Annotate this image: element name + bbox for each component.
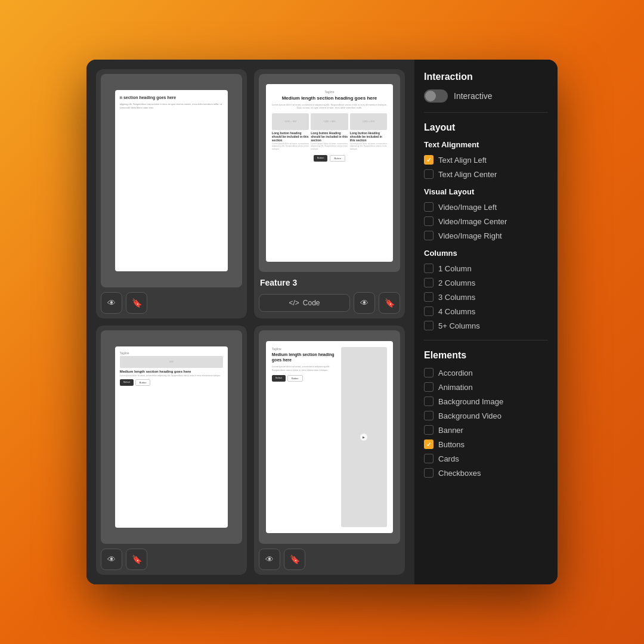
checkbox-3col[interactable] <box>424 292 434 302</box>
option-buttons[interactable]: ✓ Buttons <box>424 439 548 449</box>
option-label-2col: 2 Columns <box>438 278 475 287</box>
code-button[interactable]: </> Code <box>259 294 350 312</box>
option-label-text-align-left: Text Align Left <box>438 156 487 165</box>
main-container: n section heading goes here aligning eli… <box>86 60 558 584</box>
checkbox-vic[interactable] <box>424 216 434 226</box>
code-icon: </> <box>289 299 299 307</box>
eye-button-top-left[interactable]: 👁 <box>101 292 122 314</box>
bookmark-button-top-left[interactable]: 🔖 <box>126 292 147 314</box>
elements-title: Elements <box>424 350 548 361</box>
option-animation[interactable]: Animation <box>424 382 548 392</box>
feature3-img-label-2: 1280 × 800 <box>323 120 335 123</box>
eye-icon-bl: 👁 <box>107 555 116 564</box>
checkbox-background-video[interactable] <box>424 411 434 420</box>
option-text-align-center[interactable]: Text Align Center <box>424 169 548 179</box>
checkbox-checkboxes[interactable] <box>424 468 434 478</box>
checkbox-4col[interactable] <box>424 306 434 316</box>
video-btn2[interactable]: Button <box>287 375 303 382</box>
lbi-btn2[interactable]: Button <box>135 379 151 386</box>
option-label-accordion: Accordion <box>438 369 473 377</box>
option-video-image-left[interactable]: Video/Image Left <box>424 202 548 212</box>
eye-icon: 👁 <box>107 298 116 308</box>
feature3-col-2: 1280 × 800 Long button Heading should be… <box>311 113 348 151</box>
card-preview-bottom-left: Tagline 800 Medium length section headin… <box>101 330 242 544</box>
check-icon-buttons: ✓ <box>426 441 431 448</box>
option-background-image[interactable]: Background Image <box>424 397 548 406</box>
card-feature3: Tagline Medium length section heading go… <box>254 69 405 318</box>
checkbox-buttons[interactable]: ✓ <box>424 439 434 449</box>
card-bottom-right: Tagline Medium length section heading go… <box>254 326 405 575</box>
option-2-columns[interactable]: 2 Columns <box>424 278 548 287</box>
option-label-animation: Animation <box>438 383 473 392</box>
feature3-buttons: Button Button <box>314 155 345 162</box>
checkbox-vil[interactable] <box>424 202 434 212</box>
card-preview-bottom-right: Tagline Medium length section heading go… <box>259 330 400 544</box>
option-1-column[interactable]: 1 Column <box>424 264 548 273</box>
feature3-tagline: Tagline <box>325 90 335 94</box>
option-label-3col: 3 Columns <box>438 293 475 302</box>
checkbox-text-align-center[interactable] <box>424 169 434 179</box>
checkbox-banner[interactable] <box>424 425 434 435</box>
lbi-btns: Select Button <box>120 379 224 386</box>
card-actions-top-left: 👁 🔖 <box>96 290 247 318</box>
divider-1 <box>424 112 548 113</box>
option-video-image-right[interactable]: Video/Image Right <box>424 231 548 240</box>
lbi-btn1[interactable]: Select <box>120 379 134 386</box>
bookmark-button-bottom-right[interactable]: 🔖 <box>284 549 305 570</box>
feature3-col-3: 1280 × 800 Long button Heading shoulde b… <box>350 113 387 151</box>
divider-2 <box>424 340 548 340</box>
option-background-video[interactable]: Background Video <box>424 411 548 420</box>
feature3-heading: Medium length section heading goes here <box>282 95 377 101</box>
card-preview-feature3: Tagline Medium length section heading go… <box>259 74 400 272</box>
checkbox-accordion[interactable] <box>424 368 434 377</box>
option-accordion[interactable]: Accordion <box>424 368 548 377</box>
checkbox-2col[interactable] <box>424 278 434 287</box>
eye-button-bottom-left[interactable]: 👁 <box>101 549 122 570</box>
card-bottom-left: Tagline 800 Medium length section headin… <box>96 326 247 575</box>
video-text: Lorem ipsum dolor sit amet, consectetur … <box>272 365 336 371</box>
checkbox-animation[interactable] <box>424 382 434 392</box>
feature3-col-text-3: Lorem ipsum dolor sit amet, consectetur … <box>350 143 387 151</box>
bookmark-icon-feature3: 🔖 <box>385 298 395 308</box>
bookmark-button-feature3[interactable]: 🔖 <box>379 292 400 314</box>
option-5plus-columns[interactable]: 5+ Columns <box>424 321 548 330</box>
checkbox-1col[interactable] <box>424 264 434 273</box>
option-video-image-center[interactable]: Video/Image Center <box>424 216 548 226</box>
feature3-col-text-2: Lorem ipsum dolor sit amet, consectetur … <box>311 143 348 151</box>
interactive-label: Interactive <box>454 91 493 101</box>
checkbox-text-align-left[interactable]: ✓ <box>424 155 434 165</box>
eye-button-feature3[interactable]: 👁 <box>354 292 375 314</box>
card-actions-bottom-right: 👁 🔖 <box>254 546 405 575</box>
feature3-image-grid: 1280 × 800 Long button heading should be… <box>272 113 387 151</box>
option-banner[interactable]: Banner <box>424 425 548 435</box>
checkbox-cards[interactable] <box>424 454 434 463</box>
option-checkboxes[interactable]: Checkboxes <box>424 468 548 478</box>
feature3-btn2[interactable]: Button <box>330 155 345 162</box>
eye-button-bottom-right[interactable]: 👁 <box>259 549 280 570</box>
bookmark-button-bottom-left[interactable]: 🔖 <box>126 549 147 570</box>
option-3-columns[interactable]: 3 Columns <box>424 292 548 302</box>
visual-layout-subtitle: Visual Layout <box>424 187 548 196</box>
code-label: Code <box>303 299 320 307</box>
card-actions-feature3: </> Code 👁 🔖 <box>254 290 405 318</box>
feature3-col-1: 1280 × 800 Long button heading should be… <box>272 113 309 151</box>
card-actions-bottom-left: 👁 🔖 <box>96 546 247 575</box>
eye-icon-feature3: 👁 <box>360 298 369 308</box>
option-text-align-left[interactable]: ✓ Text Align Left <box>424 155 548 165</box>
video-btn1[interactable]: Select <box>272 375 286 382</box>
feature3-btn1[interactable]: Button <box>314 155 328 162</box>
option-4-columns[interactable]: 4 Columns <box>424 306 548 316</box>
option-cards[interactable]: Cards <box>424 454 548 463</box>
checkbox-background-image[interactable] <box>424 397 434 406</box>
eye-icon-br: 👁 <box>265 555 274 564</box>
checkbox-5col[interactable] <box>424 321 434 330</box>
interactive-toggle[interactable] <box>424 89 448 103</box>
option-label-4col: 4 Columns <box>438 307 475 316</box>
feature3-col-text-1: Lorem ipsum dolor sit amet, consectetur … <box>272 143 309 151</box>
option-label-text-align-center: Text Align Center <box>438 170 497 179</box>
video-buttons: Select Button <box>272 375 336 382</box>
feature3-img-label-1: 1280 × 800 <box>284 120 296 123</box>
right-panel: Interaction Interactive Layout Text Alig… <box>414 60 558 584</box>
checkbox-vir[interactable] <box>424 231 434 240</box>
text-alignment-subtitle: Text Alignment <box>424 140 548 149</box>
